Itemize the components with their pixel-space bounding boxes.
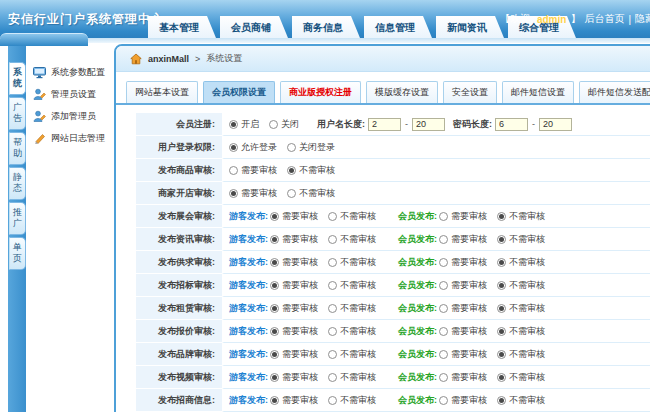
radio-icon[interactable] <box>270 350 279 359</box>
nav-tab-2[interactable]: 会员商铺 <box>220 16 288 38</box>
radio-option[interactable]: 不需审核 <box>287 187 335 200</box>
radio-option[interactable]: 需要审核 <box>439 256 487 269</box>
settings-tab-2[interactable]: 会员权限设置 <box>203 81 275 103</box>
radio-icon[interactable] <box>270 304 279 313</box>
radio-option[interactable]: 不需审核 <box>328 210 376 223</box>
radio-icon[interactable] <box>270 212 279 221</box>
range-input-from[interactable] <box>368 118 401 131</box>
radio-icon[interactable] <box>287 143 296 152</box>
radio-option[interactable]: 不需审核 <box>497 279 545 292</box>
nav-tab-5[interactable]: 新闻资讯 <box>436 16 504 38</box>
range-input-from[interactable] <box>495 118 528 131</box>
radio-option[interactable]: 不需审核 <box>497 394 545 407</box>
nav-tab-4[interactable]: 信息管理 <box>364 16 432 38</box>
radio-icon[interactable] <box>287 166 296 175</box>
radio-icon[interactable] <box>439 258 448 267</box>
radio-option[interactable]: 需要审核 <box>229 187 277 200</box>
radio-icon[interactable] <box>270 235 279 244</box>
radio-option[interactable]: 需要审核 <box>270 302 318 315</box>
radio-icon[interactable] <box>497 327 506 336</box>
radio-option[interactable]: 需要审核 <box>439 210 487 223</box>
radio-option[interactable]: 不需审核 <box>328 348 376 361</box>
range-input-to[interactable] <box>412 118 445 131</box>
radio-option[interactable]: 不需审核 <box>287 164 335 177</box>
settings-tab-3[interactable]: 商业版授权注册 <box>280 81 361 103</box>
radio-option[interactable]: 不需审核 <box>328 325 376 338</box>
radio-option[interactable]: 不需审核 <box>328 279 376 292</box>
radio-option[interactable]: 不需审核 <box>328 371 376 384</box>
radio-option[interactable]: 不需审核 <box>497 233 545 246</box>
radio-icon[interactable] <box>497 396 506 405</box>
radio-option[interactable]: 不需审核 <box>328 394 376 407</box>
radio-option[interactable]: 开启 <box>229 118 259 131</box>
radio-option[interactable]: 关闭登录 <box>287 141 335 154</box>
radio-icon[interactable] <box>328 235 337 244</box>
radio-icon[interactable] <box>328 304 337 313</box>
hide-link[interactable]: 隐藏 <box>635 12 650 26</box>
sidebar-item-2[interactable]: 管理员设置 <box>33 87 113 101</box>
settings-tab-7[interactable]: 邮件短信发送配置 <box>579 81 650 103</box>
radio-option[interactable]: 不需审核 <box>328 302 376 315</box>
radio-option[interactable]: 需要审核 <box>270 348 318 361</box>
radio-option[interactable]: 不需审核 <box>497 302 545 315</box>
side-tab-1[interactable]: 系统 <box>9 62 26 95</box>
nav-tab-3[interactable]: 商务信息 <box>292 16 360 38</box>
radio-option[interactable]: 不需审核 <box>497 348 545 361</box>
radio-icon[interactable] <box>497 373 506 382</box>
radio-icon[interactable] <box>439 327 448 336</box>
radio-icon[interactable] <box>270 327 279 336</box>
sidebar-item-4[interactable]: 网站日志管理 <box>33 131 113 145</box>
radio-icon[interactable] <box>328 350 337 359</box>
settings-tab-5[interactable]: 安全设置 <box>443 81 497 103</box>
radio-icon[interactable] <box>497 281 506 290</box>
radio-option[interactable]: 需要审核 <box>439 279 487 292</box>
side-tab-2[interactable]: 广告 <box>9 97 26 130</box>
radio-icon[interactable] <box>269 120 278 129</box>
side-tab-6[interactable]: 单页 <box>9 237 26 270</box>
radio-icon[interactable] <box>328 327 337 336</box>
radio-option[interactable]: 需要审核 <box>270 279 318 292</box>
radio-icon[interactable] <box>328 281 337 290</box>
radio-option[interactable]: 不需审核 <box>497 325 545 338</box>
radio-icon[interactable] <box>439 212 448 221</box>
radio-option[interactable]: 需要审核 <box>439 325 487 338</box>
radio-icon[interactable] <box>328 373 337 382</box>
radio-option[interactable]: 需要审核 <box>270 256 318 269</box>
settings-tab-1[interactable]: 网站基本设置 <box>126 81 198 103</box>
radio-icon[interactable] <box>270 373 279 382</box>
radio-icon[interactable] <box>439 235 448 244</box>
range-input-to[interactable] <box>539 118 572 131</box>
radio-icon[interactable] <box>328 396 337 405</box>
radio-option[interactable]: 需要审核 <box>270 394 318 407</box>
radio-icon[interactable] <box>287 189 296 198</box>
sidebar-item-3[interactable]: 添加管理员 <box>33 109 113 123</box>
radio-option[interactable]: 需要审核 <box>439 371 487 384</box>
radio-option[interactable]: 需要审核 <box>439 233 487 246</box>
radio-option[interactable]: 需要审核 <box>270 325 318 338</box>
nav-tab-1[interactable]: 基本管理 <box>148 16 216 38</box>
radio-option[interactable]: 需要审核 <box>439 394 487 407</box>
radio-icon[interactable] <box>439 396 448 405</box>
backstage-home-link[interactable]: 后台首页 <box>584 12 624 26</box>
side-tab-3[interactable]: 帮助 <box>9 132 26 165</box>
radio-icon[interactable] <box>229 166 238 175</box>
side-tab-4[interactable]: 静态 <box>9 167 26 200</box>
radio-icon[interactable] <box>328 258 337 267</box>
radio-icon[interactable] <box>497 350 506 359</box>
radio-option[interactable]: 不需审核 <box>497 210 545 223</box>
radio-icon[interactable] <box>270 258 279 267</box>
radio-option[interactable]: 不需审核 <box>328 233 376 246</box>
radio-icon[interactable] <box>497 212 506 221</box>
settings-tab-6[interactable]: 邮件短信设置 <box>502 81 574 103</box>
radio-icon[interactable] <box>497 258 506 267</box>
radio-icon[interactable] <box>497 235 506 244</box>
radio-icon[interactable] <box>229 189 238 198</box>
radio-option[interactable]: 不需审核 <box>328 256 376 269</box>
radio-icon[interactable] <box>497 304 506 313</box>
radio-icon[interactable] <box>270 396 279 405</box>
radio-option[interactable]: 允许登录 <box>229 141 277 154</box>
radio-option[interactable]: 不需审核 <box>497 256 545 269</box>
radio-icon[interactable] <box>439 281 448 290</box>
breadcrumb-site[interactable]: anxinMall <box>148 54 189 64</box>
radio-option[interactable]: 需要审核 <box>229 164 277 177</box>
